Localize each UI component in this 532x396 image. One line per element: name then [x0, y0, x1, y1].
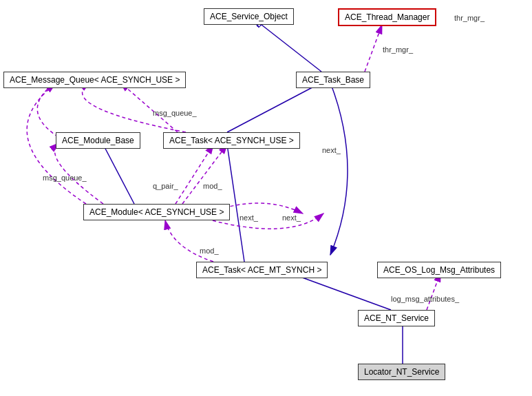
node-ace-os-log: ACE_OS_Log_Msg_Attributes: [377, 262, 501, 278]
svg-line-11: [227, 145, 244, 262]
label-q-pair: q_pair_: [153, 182, 178, 190]
label-next-right: next_: [322, 146, 341, 154]
svg-line-4: [262, 25, 321, 72]
label-msg-queue-top: msg_queue_: [153, 109, 197, 117]
svg-line-8: [175, 145, 213, 204]
node-ace-nt-service: ACE_NT_Service: [358, 310, 435, 326]
svg-line-5: [365, 25, 382, 72]
label-log-msg: log_msg_attributes_: [391, 295, 459, 303]
label-mod-2: mod_: [200, 247, 219, 255]
node-ace-module-base: ACE_Module_Base: [56, 132, 140, 149]
node-ace-thread-manager: ACE_Thread_Manager: [338, 8, 436, 26]
label-msg-queue-left: msg_queue_: [43, 174, 87, 182]
node-ace-message-queue: ACE_Message_Queue< ACE_SYNCH_USE >: [3, 72, 186, 88]
svg-line-9: [182, 145, 227, 204]
node-ace-service-object: ACE_Service_Object: [204, 8, 294, 25]
label-next-mid1: next_: [240, 213, 258, 222]
node-ace-task-synch-use: ACE_Task< ACE_SYNCH_USE >: [163, 132, 300, 149]
svg-line-13: [427, 273, 440, 310]
node-ace-task-mt-synch: ACE_Task< ACE_MT_SYNCH >: [196, 262, 328, 278]
node-ace-task-base: ACE_Task_Base: [296, 72, 370, 88]
node-locator-nt-service: Locator_NT_Service: [358, 364, 445, 380]
svg-line-7: [103, 145, 134, 204]
diagram-container: ACE_Service_Object ACE_Thread_Manager th…: [0, 0, 532, 396]
svg-line-6: [227, 83, 321, 132]
label-thr-mgr-top: thr_mgr_: [454, 14, 485, 22]
svg-line-12: [289, 273, 391, 310]
label-mod-1: mod_: [203, 182, 222, 190]
node-ace-module-synch-use: ACE_Module< ACE_SYNCH_USE >: [83, 204, 230, 220]
edges-svg: [0, 0, 532, 396]
label-thr-mgr-right: thr_mgr_: [383, 45, 413, 54]
svg-line-10: [120, 83, 178, 132]
label-next-mid2: next_: [282, 213, 301, 222]
